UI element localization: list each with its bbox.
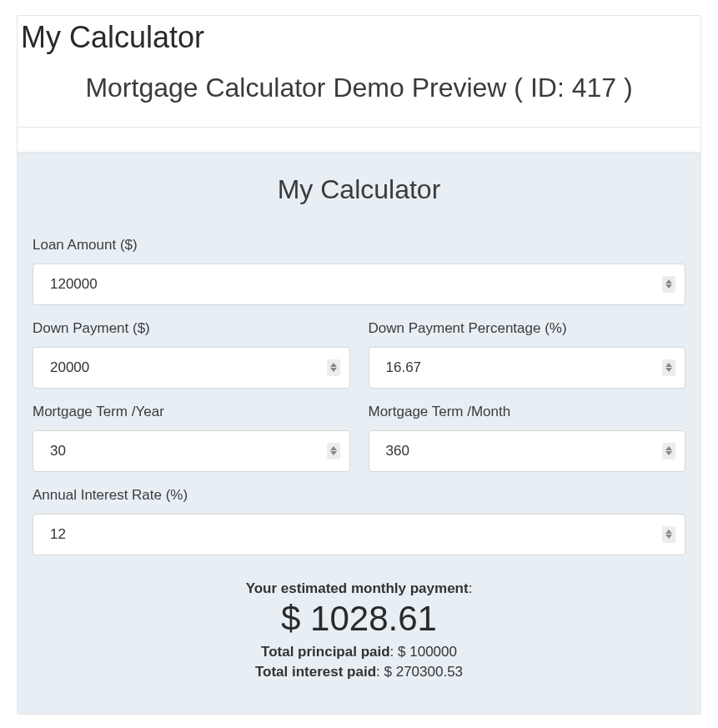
spacer-row bbox=[18, 128, 700, 153]
loan-amount-label: Loan Amount ($) bbox=[33, 237, 685, 254]
number-spinner-icon[interactable] bbox=[662, 359, 675, 376]
annual-rate-input[interactable] bbox=[33, 514, 685, 555]
results-block: Your estimated monthly payment: $ 1028.6… bbox=[33, 580, 685, 680]
calculator-card: My Calculator Mortgage Calculator Demo P… bbox=[17, 15, 701, 715]
term-month-label: Mortgage Term /Month bbox=[369, 404, 686, 420]
down-payment-label: Down Payment ($) bbox=[33, 320, 350, 337]
principal-line: Total principal paid: $ 100000 bbox=[33, 644, 685, 660]
term-month-group: Mortgage Term /Month bbox=[369, 404, 686, 472]
estimated-label-text: Your estimated monthly payment bbox=[246, 580, 469, 596]
subtitle-id: 417 bbox=[572, 73, 616, 103]
page-subtitle: Mortgage Calculator Demo Preview ( ID: 4… bbox=[18, 73, 700, 103]
down-payment-input[interactable] bbox=[33, 347, 350, 389]
down-payment-pct-input[interactable] bbox=[369, 347, 686, 389]
subtitle-suffix: ) bbox=[616, 73, 633, 103]
number-spinner-icon[interactable] bbox=[327, 443, 340, 459]
annual-rate-group: Annual Interest Rate (%) bbox=[33, 487, 685, 555]
down-payment-group: Down Payment ($) bbox=[33, 320, 350, 389]
principal-value: $ 100000 bbox=[398, 644, 457, 660]
number-spinner-icon[interactable] bbox=[327, 359, 340, 376]
interest-label: Total interest paid bbox=[255, 664, 376, 680]
estimated-label: Your estimated monthly payment: bbox=[33, 580, 685, 597]
number-spinner-icon[interactable] bbox=[662, 276, 675, 293]
page-title: My Calculator bbox=[18, 16, 700, 54]
annual-rate-label: Annual Interest Rate (%) bbox=[33, 487, 685, 504]
term-month-input[interactable] bbox=[369, 430, 686, 472]
down-payment-pct-group: Down Payment Percentage (%) bbox=[369, 320, 686, 389]
number-spinner-icon[interactable] bbox=[662, 443, 675, 459]
interest-line: Total interest paid: $ 270300.53 bbox=[33, 664, 685, 680]
number-spinner-icon[interactable] bbox=[662, 526, 675, 543]
term-year-label: Mortgage Term /Year bbox=[33, 404, 350, 420]
panel-heading: My Calculator bbox=[33, 174, 685, 205]
estimated-monthly-payment: $ 1028.61 bbox=[33, 599, 685, 639]
down-payment-pct-label: Down Payment Percentage (%) bbox=[369, 320, 686, 337]
term-year-group: Mortgage Term /Year bbox=[33, 404, 350, 472]
principal-label: Total principal paid bbox=[261, 644, 390, 660]
subtitle-prefix: Mortgage Calculator Demo Preview ( ID: bbox=[85, 73, 571, 103]
calculator-panel: My Calculator Loan Amount ($) Down Payme… bbox=[18, 153, 700, 714]
interest-value: $ 270300.53 bbox=[384, 664, 464, 680]
loan-amount-group: Loan Amount ($) bbox=[33, 237, 685, 305]
header-block: My Calculator Mortgage Calculator Demo P… bbox=[18, 16, 700, 128]
loan-amount-input[interactable] bbox=[33, 264, 685, 305]
term-year-input[interactable] bbox=[33, 430, 350, 472]
